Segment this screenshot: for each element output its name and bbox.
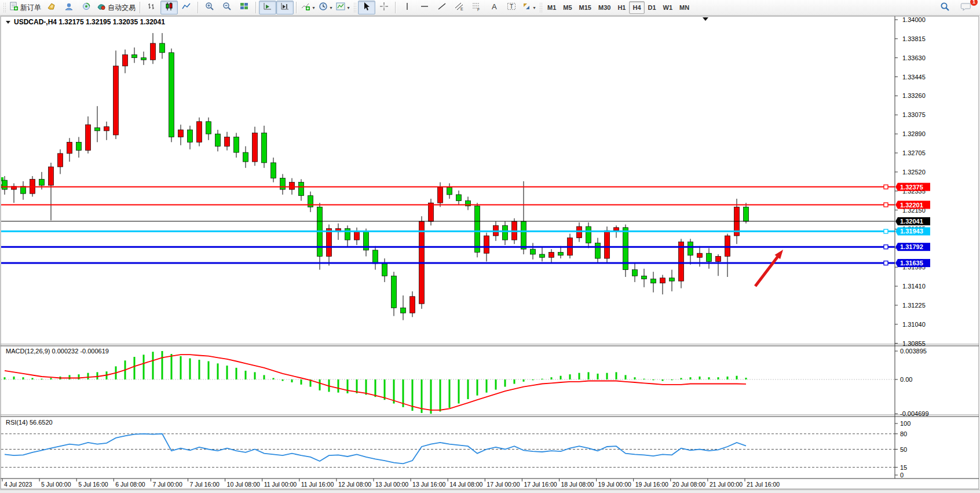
candle-body [327,229,332,257]
candle-body [521,221,526,249]
trendline-button[interactable] [433,1,451,14]
price-axis-label: 1.33815 [902,35,926,42]
hline-handle[interactable] [884,245,888,249]
timeframe-h1-button[interactable]: H1 [614,1,629,14]
timeframe-w1-button[interactable]: W1 [660,1,677,14]
timeframe-m5-button[interactable]: M5 [560,1,575,14]
candle-body [410,297,415,313]
timeframe-toolbar: M1M5M15M30H1H4D1W1MN [544,1,693,14]
time-axis-label: 5 Jul 16:00 [78,481,108,488]
toolbar-grip[interactable] [353,2,356,13]
usdcad-h4-chart[interactable]: USDCAD-,H4 1.32175 1.32195 1.32035 1.320… [0,16,980,490]
toolbar-separator [296,2,297,13]
price-tag-text: 1.31792 [900,243,923,250]
timeframe-m30-button[interactable]: M30 [595,1,614,14]
time-axis-label: 11 Jul 16:00 [301,481,334,488]
notifications-button[interactable]: 1 [957,1,974,14]
autotrading-button[interactable]: 自动交易 [95,1,137,14]
candle-body [141,58,147,60]
search-button[interactable] [936,1,953,14]
text-label-icon: T [507,2,516,13]
cursor-button[interactable] [358,1,375,14]
zoom-out-icon [222,2,232,13]
candle-body [670,278,675,281]
notification-badge: 1 [970,0,978,6]
chart-header: USDCAD-,H4 1.32175 1.32195 1.32035 1.320… [6,18,165,26]
arrows-button[interactable]: ▾ [520,1,537,14]
timeframe-mn-button[interactable]: MN [676,1,693,14]
templates-button[interactable]: ▾ [334,1,352,14]
candle-body [716,257,721,262]
rsi-axis-label: 50 [900,446,907,453]
indicators-button[interactable]: ▾ [299,1,317,14]
time-axis-label: 7 Jul 16:00 [190,481,220,488]
price-tag-text: 1.31943 [900,228,923,235]
zoom-in-button[interactable] [201,1,218,14]
candle-body [456,195,462,201]
price-axis-label: 1.33260 [902,92,926,99]
candle-body [401,308,406,313]
timeframe-h4-button[interactable]: H4 [629,1,644,14]
candle-body [595,243,601,258]
main-toolbar: 新订单 自动交易 ▾ ▾ ▾ E F A T ▾ M1M5M15M30H1H4D… [0,0,980,16]
chat-icon [960,2,971,13]
time-axis-label: 13 Jul 16:00 [412,481,445,488]
candle-body [503,225,508,240]
text-label-button[interactable]: T [503,1,520,14]
chart-shift-icon [280,2,290,13]
tile-windows-button[interactable] [236,1,253,14]
crosshair-button[interactable] [375,1,393,14]
templates-icon [336,2,345,13]
channel-button[interactable]: E [451,1,468,14]
price-axis-label: 1.33075 [902,111,926,118]
horizontal-line-button[interactable] [416,1,433,14]
timeframe-m15-button[interactable]: M15 [576,1,595,14]
toolbar-separator [395,2,396,13]
zoom-out-button[interactable] [218,1,236,14]
macd-axis-label: -0.004699 [900,410,929,417]
text-button[interactable]: A [485,1,503,14]
periods-button[interactable]: ▾ [317,1,334,14]
candle-body [215,134,221,146]
time-axis-label: 13 Jul 00:00 [375,481,408,488]
new-order-button[interactable]: 新订单 [8,1,43,14]
hline-handle[interactable] [884,185,888,189]
line-chart-button[interactable] [178,1,195,14]
vertical-line-button[interactable] [398,1,416,14]
time-axis-label: 14 Jul 08:00 [449,481,482,488]
price-tag-text: 1.32201 [900,202,923,209]
autotrading-label: 自动交易 [108,3,136,13]
time-axis-label: 6 Jul 08:00 [115,481,145,488]
candle-body [280,178,286,190]
auto-scroll-button[interactable] [259,1,276,14]
candle-body [95,127,100,130]
hline-handle[interactable] [884,203,888,207]
hline-handle[interactable] [884,229,888,233]
time-axis-label: 4 Jul 2023 [4,481,32,488]
candle-body [540,254,545,257]
timeframe-m1-button[interactable]: M1 [544,1,560,14]
signals-button[interactable] [78,1,95,14]
candle-body [206,122,211,134]
community-button[interactable] [60,1,78,14]
time-axis-label: 21 Jul 16:00 [747,481,780,488]
time-axis-label: 18 Jul 08:00 [561,481,594,488]
bar-chart-button[interactable] [143,1,160,14]
price-tag-1.32201: 1.32201 [895,201,930,209]
toolbar-grip[interactable] [3,2,6,13]
cursor-icon [362,2,371,13]
chart-shift-button[interactable] [276,1,294,14]
timeframe-d1-button[interactable]: D1 [645,1,660,14]
candle-body [197,122,202,143]
candlestick-chart-button[interactable] [160,1,178,14]
hline-handle[interactable] [884,261,888,265]
quotes-button[interactable] [43,1,60,14]
price-axis-label: 1.32890 [902,130,926,137]
toolbar-grip[interactable] [539,2,542,13]
candle-body [58,154,63,167]
price-tag-1.31792: 1.31792 [895,243,930,251]
fibonacci-button[interactable]: F [468,1,485,14]
time-axis-label: 10 Jul 08:00 [227,481,260,488]
vertical-line-icon [403,2,412,13]
candle-body [447,188,452,195]
